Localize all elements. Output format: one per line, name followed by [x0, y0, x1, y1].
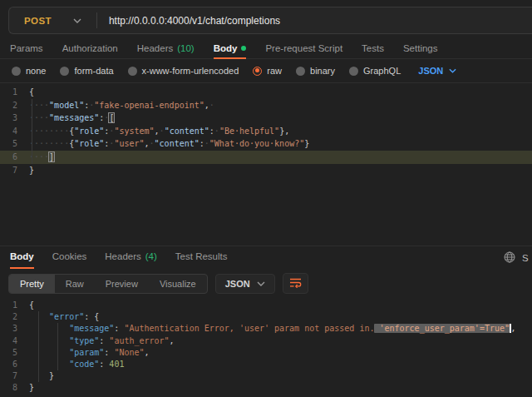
selected-text: 'enforce_user_param'=True"	[374, 324, 510, 333]
line-number: 5	[0, 347, 25, 359]
active-tab-underline	[10, 267, 34, 269]
code-token: "Be·helpful"	[219, 127, 279, 136]
line-number: 1	[0, 300, 25, 311]
code-token: ,	[511, 324, 516, 333]
tab-params[interactable]: Params	[10, 41, 43, 58]
request-tabs: Params Authorization Headers(10) Body Pr…	[0, 40, 532, 59]
code-line[interactable]: 1{	[0, 300, 532, 311]
code-token: ········	[29, 139, 69, 148]
view-visualize[interactable]: Visualize	[149, 275, 207, 293]
code-token: "type"	[69, 336, 99, 345]
line-text: "message": "Authentication Error, 'user'…	[25, 323, 516, 335]
response-meta: S	[504, 246, 532, 270]
code-token: "code"	[69, 360, 99, 369]
code-line[interactable]: 5········{"role":·"user",·"content":·"Wh…	[0, 137, 532, 151]
code-line[interactable]: 4········{"role":·"system",·"content":·"…	[0, 125, 532, 138]
body-type-graphql[interactable]: GraphQL	[349, 66, 401, 76]
body-type-binary[interactable]: binary	[296, 66, 335, 76]
code-token: "messages"	[49, 113, 99, 122]
code-line[interactable]: 6 "code": 401	[0, 359, 532, 370]
code-token: }	[49, 371, 54, 380]
url-bar: POST http://0.0.0.0:4000/v1/chat/complet…	[8, 7, 532, 34]
view-raw[interactable]: Raw	[55, 275, 95, 293]
code-token: ,	[145, 348, 150, 357]
code-line[interactable]: 8}	[0, 382, 532, 394]
code-line[interactable]: 3····"messages":·[	[0, 112, 532, 125]
line-number: 2	[0, 99, 25, 112]
code-token: "role"	[74, 139, 104, 148]
radio-icon	[349, 67, 358, 76]
line-text: ····"messages":·[	[25, 112, 114, 125]
line-text: {	[25, 86, 34, 99]
code-token: "error"	[49, 312, 84, 321]
globe-icon[interactable]	[504, 251, 515, 265]
code-token: "system"	[114, 127, 154, 136]
response-body-editor[interactable]: 1{2 "error": {3 "message": "Authenticati…	[0, 297, 532, 397]
body-type-x-www-form-urlencoded[interactable]: x-www-form-urlencoded	[128, 66, 239, 76]
view-pretty[interactable]: Pretty	[9, 275, 55, 293]
code-line[interactable]: 1{	[0, 86, 532, 99]
line-text: }	[25, 164, 34, 177]
code-token: ········	[29, 127, 69, 136]
code-line[interactable]: 7}	[0, 164, 532, 177]
line-number: 7	[0, 370, 25, 382]
code-token: "Authentication Error, 'user' param not …	[124, 324, 374, 333]
code-line[interactable]: 4 "type": "auth_error",	[0, 335, 532, 347]
line-number: 2	[0, 311, 25, 323]
text-wrap-button[interactable]	[283, 273, 308, 294]
body-type-raw[interactable]: raw	[253, 66, 282, 76]
code-token	[29, 312, 49, 321]
response-toolbar: Pretty Raw Preview Visualize JSON	[0, 270, 532, 297]
code-token: "What·do·you·know?"	[209, 139, 304, 148]
line-text: ····"model":·"fake-openai-endpoint",·	[25, 99, 214, 112]
code-line[interactable]: 5 "param": "None",	[0, 347, 532, 359]
line-number: 1	[0, 86, 25, 99]
tab-headers[interactable]: Headers(10)	[137, 41, 195, 58]
code-line[interactable]: 2····"model":·"fake-openai-endpoint",·	[0, 99, 532, 112]
url-input[interactable]: http://0.0.0.0:4000/v1/chat/completions	[97, 15, 532, 27]
text-wrap-icon	[289, 277, 302, 290]
tab-authorization[interactable]: Authorization	[62, 41, 118, 58]
line-number: 4	[0, 125, 25, 138]
body-content-dot-icon	[241, 46, 246, 51]
headers-count-badge: (10)	[177, 43, 194, 53]
request-body-editor[interactable]: 1{2····"model":·"fake-openai-endpoint",·…	[0, 83, 532, 246]
response-view-switch: Pretty Raw Preview Visualize	[8, 274, 208, 294]
code-token: {	[94, 312, 99, 321]
response-tab-headers[interactable]: Headers(4)	[105, 248, 157, 268]
response-language-dropdown[interactable]: JSON	[215, 274, 275, 294]
response-tabs: Body Cookies Headers(4) Test Results S	[0, 246, 532, 270]
line-number: 8	[0, 382, 25, 394]
request-language-dropdown[interactable]: JSON	[418, 66, 456, 76]
tab-tests[interactable]: Tests	[362, 41, 384, 58]
line-number: 3	[0, 112, 25, 125]
indent-guide	[32, 99, 32, 164]
body-type-none[interactable]: none	[12, 66, 46, 76]
code-token: ·	[209, 101, 214, 110]
line-text: ········{"role":·"system",·"content":·"B…	[25, 125, 289, 138]
code-token	[29, 360, 69, 369]
response-tab-cookies[interactable]: Cookies	[52, 248, 87, 268]
method-selector[interactable]: POST	[9, 16, 96, 26]
line-text: ····]	[25, 151, 54, 164]
code-token: }	[29, 383, 34, 392]
code-line[interactable]: 2 "error": {	[0, 311, 532, 323]
tab-settings[interactable]: Settings	[403, 41, 438, 58]
code-line[interactable]: 7 }	[0, 370, 532, 382]
tab-body[interactable]: Body	[214, 41, 247, 58]
code-line[interactable]: 6····]	[0, 151, 532, 164]
line-number: 6	[0, 359, 25, 370]
line-number: 4	[0, 335, 25, 347]
response-tab-test-results[interactable]: Test Results	[175, 248, 228, 268]
code-token: {	[29, 87, 34, 97]
chevron-down-icon	[449, 68, 456, 73]
response-tab-body[interactable]: Body	[10, 248, 34, 268]
code-token: [	[108, 112, 115, 123]
line-text: }	[25, 382, 34, 394]
code-token: "message"	[69, 324, 114, 333]
body-type-form-data[interactable]: form-data	[60, 66, 113, 76]
line-number: 3	[0, 323, 25, 335]
view-preview[interactable]: Preview	[95, 275, 149, 293]
code-line[interactable]: 3 "message": "Authentication Error, 'use…	[0, 323, 532, 335]
tab-pre-request-script[interactable]: Pre-request Script	[265, 41, 342, 58]
